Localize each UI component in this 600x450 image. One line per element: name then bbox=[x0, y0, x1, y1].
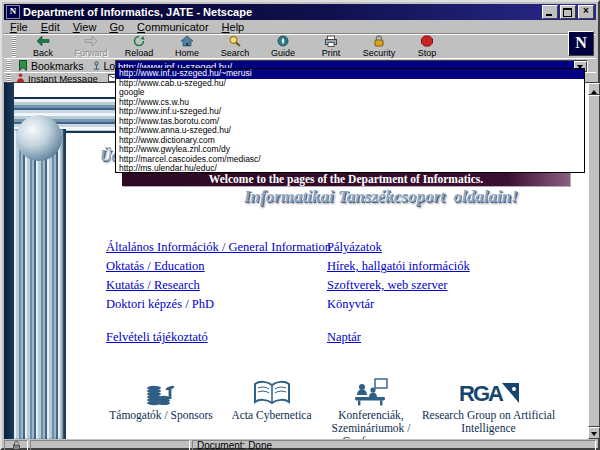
svg-text:RGA: RGA bbox=[459, 381, 504, 406]
reload-icon bbox=[132, 35, 146, 47]
maximize-button[interactable] bbox=[560, 5, 576, 19]
reload-button[interactable]: Reload bbox=[115, 35, 163, 58]
url-history-item[interactable]: http://ms.ulendar.hu/educ/ bbox=[116, 164, 584, 174]
window-title: Department of Informatics, JATE - Netsca… bbox=[23, 6, 542, 18]
menu-item-help[interactable]: Help bbox=[222, 21, 245, 33]
close-button[interactable]: × bbox=[578, 5, 594, 19]
forward-arrow-icon bbox=[84, 35, 98, 47]
link-research[interactable]: Kutatás / Research bbox=[106, 278, 200, 293]
search-label: Search bbox=[221, 48, 250, 58]
link-education[interactable]: Oktatás / Education bbox=[106, 259, 205, 274]
security-lock-icon bbox=[372, 35, 386, 47]
url-history-item[interactable]: http://www.inf.u-szeged.hu/~merusi bbox=[116, 69, 584, 79]
navigation-toolbar: Back Forward Reload Home Search Guide Pr… bbox=[4, 34, 596, 59]
stop-button[interactable]: Stop bbox=[403, 35, 451, 58]
url-history-item[interactable]: http://www.dictionary.com bbox=[116, 136, 584, 146]
menu-item-go[interactable]: Go bbox=[109, 21, 124, 33]
bookmarks-label: Bookmarks bbox=[31, 60, 84, 72]
subtitle-script-text: Informatikai Tanszékcsoport oldalain! bbox=[244, 187, 518, 207]
title-bar: N Department of Informatics, JATE - Nets… bbox=[4, 4, 596, 20]
link-phd[interactable]: Doktori képzés / PhD bbox=[106, 297, 214, 312]
netscape-logo[interactable]: N bbox=[568, 31, 594, 56]
print-button[interactable]: Print bbox=[307, 35, 355, 58]
back-arrow-icon bbox=[36, 35, 50, 47]
sponsors-coins-icon bbox=[142, 376, 180, 406]
home-button[interactable]: Home bbox=[163, 35, 211, 58]
link-palyazatok[interactable]: Pályázatok bbox=[327, 240, 382, 255]
conference-people-icon bbox=[353, 378, 389, 406]
link-szoftverek[interactable]: Szoftverek, web szerver bbox=[327, 278, 447, 293]
security-label: Security bbox=[363, 48, 396, 58]
footer-acta-label: Acta Cybernetica bbox=[214, 409, 329, 422]
guide-compass-icon bbox=[276, 35, 290, 47]
url-history-item[interactable]: http://www.anna.u-szeged.hu/ bbox=[116, 126, 584, 136]
menu-item-communicator[interactable]: Communicator bbox=[137, 21, 209, 33]
stop-icon bbox=[420, 35, 434, 47]
menu-item-file[interactable]: File bbox=[10, 21, 28, 33]
status-lock-icon bbox=[12, 441, 21, 450]
menu-bar: File Edit View Go Communicator Help bbox=[4, 20, 596, 34]
search-button[interactable]: Search bbox=[211, 35, 259, 58]
url-history-item[interactable]: http://www.inf.u-szeged.hu/ bbox=[116, 107, 584, 117]
url-history-item[interactable]: http://www.cab.u-szeged.hu/ bbox=[116, 79, 584, 89]
vertical-scrollbar[interactable] bbox=[588, 82, 600, 439]
maximize-icon bbox=[563, 8, 572, 17]
menu-item-view[interactable]: View bbox=[73, 21, 97, 33]
bookmarks-button[interactable]: Bookmarks bbox=[14, 60, 88, 72]
url-history-item[interactable]: http://marcel.cascoides.com/mediasc/ bbox=[116, 155, 584, 165]
scroll-up-icon[interactable] bbox=[588, 83, 600, 95]
toolbar-grip[interactable] bbox=[12, 36, 16, 57]
rgai-logo: RGA bbox=[458, 380, 520, 406]
back-button[interactable]: Back bbox=[19, 35, 67, 58]
netscape-window-icon: N bbox=[6, 5, 20, 19]
link-admissions[interactable]: Felvételi tájékoztató bbox=[106, 330, 208, 345]
menu-item-edit[interactable]: Edit bbox=[41, 21, 60, 33]
guide-label: Guide bbox=[271, 48, 295, 58]
link-general-information[interactable]: Általános Információk / General Informat… bbox=[106, 240, 331, 255]
print-label: Print bbox=[322, 48, 341, 58]
guide-button[interactable]: Guide bbox=[259, 35, 307, 58]
footer-conferences-label: Konferenciák, Szemináriumok / Conference… bbox=[316, 409, 426, 439]
forward-label: Forward bbox=[74, 48, 107, 58]
home-label: Home bbox=[175, 48, 199, 58]
footer-conferences[interactable]: Konferenciák, Szemináriumok / Conference… bbox=[316, 374, 426, 439]
scrollbar-thumb[interactable] bbox=[588, 95, 600, 427]
reload-label: Reload bbox=[125, 48, 154, 58]
back-label: Back bbox=[33, 48, 53, 58]
security-status-segment[interactable] bbox=[4, 440, 28, 450]
search-icon bbox=[228, 35, 242, 47]
footer-rgai[interactable]: RGA Research Group on Artificial Intelli… bbox=[421, 374, 556, 435]
bookmarks-icon bbox=[18, 60, 28, 71]
url-history-item[interactable]: http://www.tas.borotu.com/ bbox=[116, 117, 584, 127]
home-icon bbox=[180, 35, 194, 47]
url-history-item[interactable]: http://www.cs.w.hu bbox=[116, 98, 584, 108]
forward-button[interactable]: Forward bbox=[67, 35, 115, 58]
print-icon bbox=[324, 35, 338, 47]
welcome-banner: Welcome to the pages of the Department o… bbox=[122, 172, 570, 186]
security-button[interactable]: Security bbox=[355, 35, 403, 58]
url-history-item[interactable]: http://www.gwylea.znl.com/dy bbox=[116, 145, 584, 155]
open-book-icon bbox=[252, 380, 292, 406]
close-icon: × bbox=[579, 5, 593, 17]
footer-acta-cybernetica[interactable]: Acta Cybernetica bbox=[214, 374, 329, 422]
location-bar-grip[interactable] bbox=[7, 60, 11, 71]
footer-sponsors[interactable]: Támogatók / Sponsors bbox=[96, 374, 226, 422]
link-hirek[interactable]: Hírek, hallgatói információk bbox=[327, 259, 470, 274]
netscape-window: N Department of Informatics, JATE - Nets… bbox=[0, 0, 600, 450]
progress-segment bbox=[30, 440, 190, 450]
greek-column-graphic bbox=[14, 129, 66, 439]
link-naptar[interactable]: Naptár bbox=[327, 330, 361, 345]
footer-sponsors-label: Támogatók / Sponsors bbox=[96, 409, 226, 422]
minimize-icon bbox=[546, 14, 552, 16]
status-bar: Document: Done bbox=[4, 439, 596, 450]
scroll-down-icon[interactable] bbox=[588, 427, 600, 439]
url-history-dropdown: http://www.inf.u-szeged.hu/~merusi http:… bbox=[115, 68, 585, 173]
footer-rgai-label: Research Group on Artificial Intelligenc… bbox=[421, 409, 556, 435]
personal-bar-grip[interactable] bbox=[7, 74, 11, 82]
url-history-item[interactable]: google bbox=[116, 88, 584, 98]
minimize-button[interactable] bbox=[542, 5, 558, 19]
link-konyvtar[interactable]: Könyvtár bbox=[327, 297, 374, 312]
location-icon bbox=[92, 61, 101, 71]
column-graphic-edge bbox=[4, 83, 14, 439]
stop-label: Stop bbox=[418, 48, 437, 58]
